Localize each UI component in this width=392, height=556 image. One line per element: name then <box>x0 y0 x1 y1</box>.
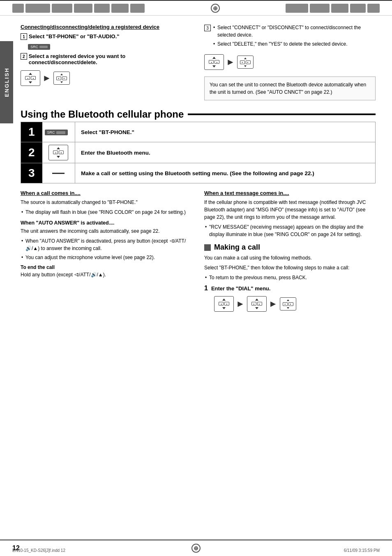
top-bar-right-segments <box>286 4 380 13</box>
connect-section-title: Connecting/disconnecting/deleting a regi… <box>21 24 192 30</box>
bar-seg-r3 <box>331 4 348 13</box>
bar-seg-1 <box>12 4 24 13</box>
bottom-bar: 12 EN10-15_KD-S26[J]f.indd 12 ⊕ 6/11/09 … <box>0 540 392 556</box>
sq-btn-15: ◂ <box>283 302 288 306</box>
bar-seg-r4 <box>350 4 366 13</box>
sq-btn-3: ◂ <box>56 76 61 80</box>
sq-btn-12: ▸ <box>224 302 229 306</box>
bt-step3-line-icon <box>52 173 65 174</box>
top-right-column: 3 Select "CONNECT" or "DISCONNECT" to co… <box>204 24 376 100</box>
step1-num: 1 <box>21 33 27 40</box>
end-call-body: Hold any button (except ⏿/ATT/🔊/▲). <box>21 271 192 278</box>
tri-up-sm-2 <box>244 58 247 59</box>
unit-box-1: ◂ ▸ <box>21 70 40 86</box>
date-info: 6/11/09 3:15:59 PM <box>344 548 380 553</box>
step2-line: 2 Select a registered device you want to… <box>21 53 192 65</box>
arrow-right-icon: ► <box>42 74 51 83</box>
auto-answer-title: When "AUTO ANSWER" is activated.... <box>21 220 192 226</box>
making-call-step1-label: Enter the "DIAL" menu. <box>211 285 271 292</box>
sq-btn-16: ▸ <box>288 302 293 306</box>
sq-btn-6: ▸ <box>214 60 219 64</box>
dial-unit-2: ◂ ▸ <box>247 296 267 312</box>
page: ⊕ ENGLISH Connecting/disconnecting/delet… <box>0 0 392 556</box>
src-button-diagram: SRC <box>28 44 50 50</box>
sq-btn-8: ▸ <box>246 60 251 64</box>
dial-unit-1: ◂ ▸ <box>214 296 234 312</box>
tri-up-2 <box>212 57 216 59</box>
bt-step3-row: 3 Make a call or setting using the Bluet… <box>21 163 376 183</box>
tri-down-5 <box>255 307 258 309</box>
bar-seg-7 <box>130 4 145 13</box>
step2-num: 2 <box>21 53 27 60</box>
bt-section-header: Using the Bluetooth cellular phone <box>21 109 376 120</box>
bar-seg-r1 <box>286 4 308 13</box>
when-call-body: The source is automatically changed to "… <box>21 199 192 206</box>
when-text-body: If the cellular phone is compatible with… <box>204 199 376 221</box>
bar-seg-r2 <box>310 4 330 13</box>
top-section: Connecting/disconnecting/deleting a regi… <box>21 24 376 100</box>
making-call-step1-line: 1 Enter the "DIAL" menu. <box>204 285 376 292</box>
tri-up-sm-icon <box>60 74 63 75</box>
step1-line: 1 Select "BT-PHONE" or "BT-AUDIO." <box>21 33 192 40</box>
btn-pair-7: ◂ ▸ <box>251 302 262 306</box>
making-call-step1-num: 1 <box>204 285 208 292</box>
info-box-text: You can set the unit to connect the Blue… <box>210 82 366 95</box>
bt-step2-unit-box: ◂ ▸ <box>48 145 68 160</box>
end-call-title: To end the call <box>21 264 192 270</box>
bar-seg-5 <box>94 4 110 13</box>
top-bar-center: ⊕ <box>145 4 286 13</box>
step1-label: Select "BT-PHONE" or "BT-AUDIO." <box>29 33 119 39</box>
lower-left-column: When a call comes in.... The source is a… <box>21 190 192 314</box>
bottom-compass-icon: ⊕ <box>191 544 201 553</box>
auto-answer-bullet1: When "AUTO ANSWER" is deactivated, press… <box>21 237 192 252</box>
unit-box-4: ◂ ▸ <box>237 56 254 69</box>
bt-step1-desc: Select "BT-PHONE." <box>75 122 376 142</box>
btn-pair-4: ◂ ▸ <box>240 60 251 64</box>
step3-container: 3 Select "CONNECT" or "DISCONNECT" to co… <box>204 24 376 49</box>
info-box: You can set the unit to connect the Blue… <box>204 76 376 100</box>
top-bar-left-segments <box>12 4 145 13</box>
top-left-column: Connecting/disconnecting/deleting a regi… <box>21 24 192 100</box>
bt-src-button: SRC <box>45 130 68 135</box>
when-text-bullet1: "RCV MESSAGE" (receiving message) appear… <box>204 223 376 238</box>
sq-btn-11: ◂ <box>219 302 224 306</box>
bar-seg-6 <box>111 4 129 13</box>
arrow-right-4-icon: ► <box>269 299 278 308</box>
tri-up-3 <box>57 147 60 149</box>
step3-bullets: Select "CONNECT" or "DISCONNECT" to conn… <box>212 24 376 49</box>
tri-up-sm-3 <box>287 299 289 301</box>
tri-down-2 <box>212 65 216 67</box>
making-call-header: Making a call <box>204 243 376 252</box>
btn-pair-2: ◂ ▸ <box>56 76 67 80</box>
making-call-icon <box>204 244 211 251</box>
bt-step1-row: 1 SRC Select "BT-PHONE." <box>21 122 376 142</box>
bt-step2-icon-cell: ◂ ▸ <box>42 142 75 163</box>
bar-seg-r5 <box>367 4 380 13</box>
step3-num: 3 <box>204 25 211 31</box>
sq-btn-10: ▸ <box>59 151 64 154</box>
arrow-right-3-icon: ► <box>236 299 245 308</box>
tri-down-sm-2 <box>244 65 247 67</box>
when-text-title: When a text message comes in.... <box>204 190 376 196</box>
btn-pair-8: ◂ ▸ <box>283 302 293 306</box>
bt-step3-icon-cell <box>42 163 75 183</box>
making-call-diagram: ◂ ▸ ► ◂ ▸ <box>214 296 296 312</box>
tri-down-4 <box>222 307 226 309</box>
btn-pair-6: ◂ ▸ <box>219 302 229 306</box>
btn-pair-5: ◂ ▸ <box>53 151 64 154</box>
step3-bullet1: Select "CONNECT" or "DISCONNECT" to conn… <box>212 24 376 39</box>
sq-btn-4: ▸ <box>62 76 67 80</box>
sq-btn-1: ◂ <box>25 76 30 80</box>
sq-btn-14: ▸ <box>257 302 262 306</box>
language-sidebar: ENGLISH <box>0 41 13 123</box>
btn-pair-3: ◂ ▸ <box>209 60 219 64</box>
tri-down-icon <box>29 81 32 83</box>
auto-answer-bullet2: You can adjust the microphone volume lev… <box>21 254 192 261</box>
bt-step3-num: 3 <box>21 163 42 183</box>
making-call-bullet1: To return to the previous menu, press BA… <box>204 274 376 281</box>
arrow-right-2-icon: ► <box>226 58 235 67</box>
top-bar: ⊕ <box>0 0 392 16</box>
step3-diagram: ◂ ▸ ► ◂ ▸ <box>204 54 254 70</box>
lower-section: When a call comes in.... The source is a… <box>21 190 376 314</box>
lower-right-column: When a text message comes in.... If the … <box>204 190 376 314</box>
